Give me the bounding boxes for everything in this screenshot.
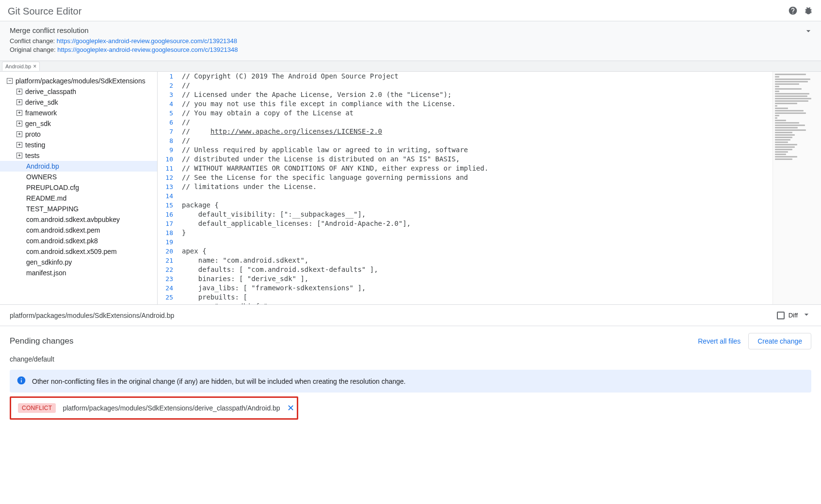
code-line[interactable]: 21 name: "com.android.sdkext", <box>158 256 773 265</box>
tree-file-label: Android.bp <box>26 162 59 170</box>
expand-icon[interactable]: + <box>16 89 22 94</box>
tree-file-label: com.android.sdkext.pem <box>26 226 100 234</box>
code-line[interactable]: 8// <box>158 136 773 145</box>
line-number: 16 <box>158 210 182 219</box>
original-change-row: Original change: https://googleplex-andr… <box>10 46 811 53</box>
line-number: 12 <box>158 173 182 182</box>
code-line[interactable]: 4// you may not use this file except in … <box>158 99 773 109</box>
conflict-badge: CONFLICT <box>18 403 56 413</box>
code-line[interactable]: 10// distributed under the License is di… <box>158 155 773 164</box>
code-line[interactable]: 22 defaults: [ "com.android.sdkext-defau… <box>158 265 773 274</box>
conflict-change-link[interactable]: https://googleplex-android-review.google… <box>57 37 237 45</box>
code-line[interactable]: 5// You may obtain a copy of the License… <box>158 109 773 118</box>
conflict-change-row: Conflict change: https://googleplex-andr… <box>10 37 811 45</box>
tree-folder-label: testing <box>25 141 45 149</box>
conflict-file-row[interactable]: CONFLICT platform/packages/modules/SdkEx… <box>10 396 298 420</box>
code-line[interactable]: 12// See the License for the specific la… <box>158 173 773 182</box>
collapse-icon[interactable]: − <box>7 78 13 84</box>
tree-file[interactable]: OWNERS <box>0 172 157 182</box>
expand-icon[interactable]: + <box>16 110 22 116</box>
code-line[interactable]: 26 "cur_sdkinfo" <box>158 302 773 304</box>
minimap[interactable] <box>773 72 821 304</box>
tree-file-label: com.android.sdkext.pk8 <box>26 237 98 245</box>
tree-folder[interactable]: +testing <box>0 140 157 150</box>
line-number: 15 <box>158 201 182 210</box>
editor-tab[interactable]: Android.bp × <box>2 62 40 71</box>
expand-icon[interactable]: + <box>16 142 22 148</box>
expand-toggle[interactable] <box>804 26 813 37</box>
tree-file[interactable]: manifest.json <box>0 268 157 278</box>
tab-close-icon[interactable]: × <box>33 63 36 70</box>
code-line[interactable]: 14 <box>158 191 773 201</box>
expand-icon[interactable]: + <box>16 121 22 126</box>
original-change-label: Original change: <box>10 46 57 53</box>
line-number: 5 <box>158 109 182 118</box>
line-number: 10 <box>158 155 182 164</box>
tree-folder[interactable]: +tests <box>0 150 157 161</box>
bug-icon[interactable] <box>804 6 813 17</box>
tree-file[interactable]: gen_sdkinfo.py <box>0 257 157 268</box>
pending-changes-panel: Pending changes Revert all files Create … <box>0 326 821 425</box>
diff-checkbox[interactable] <box>777 312 785 319</box>
file-tree[interactable]: − platform/packages/modules/SdkExtension… <box>0 72 158 304</box>
code-line[interactable]: 13// limitations under the License. <box>158 182 773 191</box>
expand-icon[interactable]: + <box>16 131 22 137</box>
line-text: default_applicable_licenses: ["Android-A… <box>182 219 773 228</box>
tree-file[interactable]: com.android.sdkext.pem <box>0 225 157 236</box>
tree-folder-label: framework <box>25 109 57 117</box>
pending-header: Pending changes Revert all files Create … <box>10 333 811 349</box>
code-line[interactable]: 25 prebuilts: [ <box>158 293 773 302</box>
code-line[interactable]: 19 <box>158 237 773 247</box>
line-text: "cur_sdkinfo" <box>182 302 773 304</box>
info-icon <box>16 376 26 387</box>
code-line[interactable]: 11// WITHOUT WARRANTIES OR CONDITIONS OF… <box>158 164 773 173</box>
tree-file[interactable]: TEST_MAPPING <box>0 204 157 214</box>
close-icon[interactable]: ✕ <box>287 403 294 413</box>
tree-file-label: OWNERS <box>26 173 57 181</box>
code-line[interactable]: 23 binaries: [ "derive_sdk" ], <box>158 274 773 284</box>
tree-file[interactable]: README.md <box>0 193 157 204</box>
conflict-file-path: platform/packages/modules/SdkExtensions/… <box>63 404 280 412</box>
tree-file[interactable]: com.android.sdkext.x509.pem <box>0 246 157 257</box>
dropdown-icon[interactable] <box>802 310 811 321</box>
code-editor[interactable]: 1// Copyright (C) 2019 The Android Open … <box>158 72 821 304</box>
code-line[interactable]: 6// <box>158 118 773 127</box>
code-line[interactable]: 20apex { <box>158 247 773 256</box>
code-line[interactable]: 15package { <box>158 201 773 210</box>
tree-file[interactable]: com.android.sdkext.pk8 <box>0 236 157 246</box>
tree-folder[interactable]: +gen_sdk <box>0 118 157 129</box>
line-text: apex { <box>182 247 773 256</box>
tree-folder[interactable]: +framework <box>0 108 157 118</box>
tree-folder[interactable]: +derive_sdk <box>0 97 157 108</box>
code-line[interactable]: 7// http://www.apache.org/licenses/LICEN… <box>158 127 773 136</box>
tree-file-label: manifest.json <box>26 269 66 277</box>
file-path: platform/packages/modules/SdkExtensions/… <box>10 312 174 319</box>
tree-root[interactable]: − platform/packages/modules/SdkExtension… <box>0 76 157 86</box>
code-line[interactable]: 16 default_visibility: [":__subpackages_… <box>158 210 773 219</box>
tree-folder[interactable]: +derive_classpath <box>0 86 157 97</box>
code-line[interactable]: 1// Copyright (C) 2019 The Android Open … <box>158 72 773 81</box>
code-line[interactable]: 3// Licensed under the Apache License, V… <box>158 90 773 99</box>
original-change-link[interactable]: https://googleplex-android-review.google… <box>57 46 238 53</box>
code-line[interactable]: 9// Unless required by applicable law or… <box>158 145 773 155</box>
tree-file[interactable]: Android.bp <box>0 161 157 172</box>
code-line[interactable]: 24 java_libs: [ "framework-sdkextensions… <box>158 284 773 293</box>
expand-icon[interactable]: + <box>16 99 22 105</box>
code-line[interactable]: 17 default_applicable_licenses: ["Androi… <box>158 219 773 228</box>
tree-folder[interactable]: +proto <box>0 129 157 140</box>
expand-icon[interactable]: + <box>16 153 22 158</box>
tree-file[interactable]: PREUPLOAD.cfg <box>0 182 157 193</box>
tree-file[interactable]: com.android.sdkext.avbpubkey <box>0 214 157 225</box>
line-text: // <box>182 81 773 90</box>
header-icons <box>788 6 813 17</box>
help-icon[interactable] <box>788 6 798 17</box>
conflict-change-label: Conflict change: <box>10 37 57 45</box>
tree-file-label: com.android.sdkext.avbpubkey <box>26 216 120 223</box>
create-change-button[interactable]: Create change <box>748 333 811 349</box>
revert-all-button[interactable]: Revert all files <box>698 337 741 345</box>
line-number: 8 <box>158 136 182 145</box>
line-text: prebuilts: [ <box>182 293 773 302</box>
line-text: // distributed under the License is dist… <box>182 155 773 164</box>
code-line[interactable]: 18} <box>158 228 773 237</box>
code-line[interactable]: 2// <box>158 81 773 90</box>
